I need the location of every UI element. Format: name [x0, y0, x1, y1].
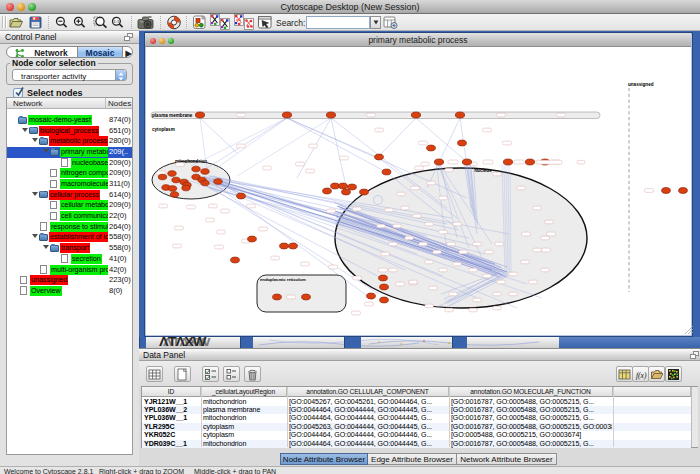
svg-text:plasma membrane: plasma membrane — [152, 113, 193, 118]
svg-text:unassigned: unassigned — [628, 82, 654, 87]
svg-text:f(x): f(x) — [636, 370, 647, 379]
svg-text:endoplasmic reticulum: endoplasmic reticulum — [260, 277, 306, 282]
svg-text:cytoplasm: cytoplasm — [152, 127, 175, 132]
svg-text:nucleus: nucleus — [474, 168, 492, 173]
svg-text:ΛTΛXW: ΛTΛXW — [163, 337, 211, 348]
svg-text:1:1: 1:1 — [113, 19, 119, 24]
